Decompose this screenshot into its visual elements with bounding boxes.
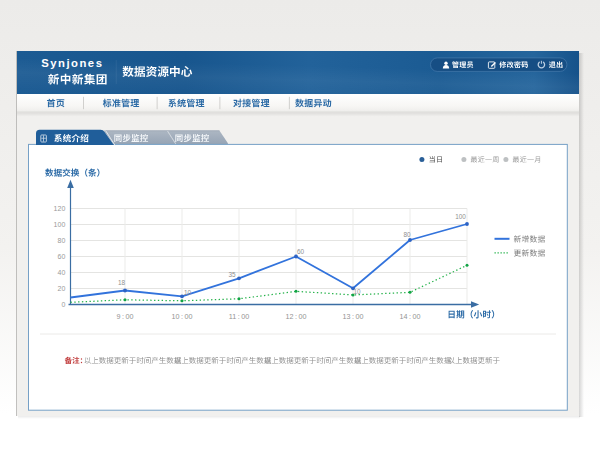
- svg-text:35: 35: [228, 271, 236, 278]
- svg-text:10 : 00: 10 : 00: [172, 312, 193, 321]
- svg-text:80: 80: [403, 231, 411, 238]
- svg-text:13 : 00: 13 : 00: [343, 312, 364, 321]
- svg-text:18: 18: [118, 279, 126, 286]
- svg-text:60: 60: [58, 253, 66, 260]
- svg-text:100: 100: [455, 213, 466, 220]
- svg-text:10: 10: [353, 288, 361, 295]
- svg-text:10: 10: [184, 289, 192, 296]
- svg-text:120: 120: [54, 205, 66, 212]
- svg-text:9 : 00: 9 : 00: [117, 312, 134, 321]
- svg-text:20: 20: [58, 285, 66, 292]
- svg-text:Synjones: Synjones: [41, 57, 103, 69]
- svg-text:12 : 00: 12 : 00: [286, 312, 307, 321]
- svg-text:40: 40: [58, 269, 66, 276]
- svg-text:14 : 00: 14 : 00: [400, 312, 421, 321]
- svg-text:60: 60: [297, 248, 305, 255]
- svg-text:80: 80: [58, 237, 66, 244]
- svg-text:100: 100: [54, 221, 66, 228]
- svg-text:0: 0: [61, 301, 65, 308]
- svg-text:11 : 00: 11 : 00: [229, 312, 249, 321]
